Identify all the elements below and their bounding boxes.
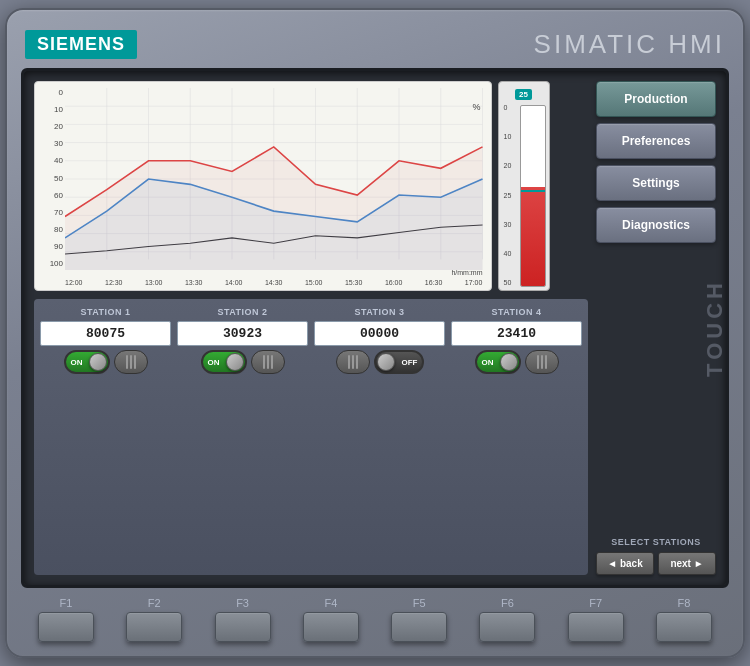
station-1: STATION 1 80075 ON — [40, 307, 171, 374]
gauge-marker — [520, 190, 546, 192]
station-4: STATION 4 23410 ON — [451, 307, 582, 374]
gauge-fill — [521, 187, 545, 286]
station-1-ridged-btn[interactable] — [114, 350, 148, 374]
station-4-label: STATION 4 — [491, 307, 541, 317]
station-2-toggle-label: ON — [208, 358, 220, 367]
gauge-container: 25 5040302520100 — [498, 81, 550, 291]
select-stations-panel: SELECT STATIONS ◄ back next ► — [596, 537, 716, 575]
fn-label-f6: F6 — [501, 597, 514, 609]
nav-preferences-button[interactable]: Preferences — [596, 123, 716, 159]
station-4-toggle[interactable]: ON — [475, 350, 521, 374]
station-1-toggle[interactable]: ON — [64, 350, 110, 374]
chart-svg — [65, 88, 483, 270]
fn-label-f1: F1 — [60, 597, 73, 609]
station-2-ridged-btn[interactable] — [251, 350, 285, 374]
station-1-toggle-knob — [89, 353, 107, 371]
fn-key-f5: F5 — [384, 597, 454, 642]
fn-btn-f2[interactable] — [126, 612, 182, 642]
station-2-label: STATION 2 — [217, 307, 267, 317]
screen-area: TOUCH 10090807060 50403020100 % — [21, 68, 729, 588]
fn-btn-f6[interactable] — [479, 612, 535, 642]
fn-label-f2: F2 — [148, 597, 161, 609]
station-2-toggle[interactable]: ON — [201, 350, 247, 374]
fn-key-f1: F1 — [31, 597, 101, 642]
fn-btn-f8[interactable] — [656, 612, 712, 642]
stations-area: STATION 1 80075 ON — [34, 299, 588, 575]
station-4-value: 23410 — [451, 321, 582, 346]
station-3: STATION 3 00000 OFF — [314, 307, 445, 374]
device-frame: SIEMENS SIMATIC HMI TOUCH 10090807060 50… — [5, 8, 745, 658]
back-button[interactable]: ◄ back — [596, 552, 654, 575]
station-2-toggle-knob — [226, 353, 244, 371]
fn-label-f4: F4 — [324, 597, 337, 609]
fn-key-f3: F3 — [208, 597, 278, 642]
station-1-controls: ON — [40, 350, 171, 374]
fn-label-f5: F5 — [413, 597, 426, 609]
station-4-controls: ON — [451, 350, 582, 374]
fn-btn-f4[interactable] — [303, 612, 359, 642]
chart-percent-label: % — [473, 102, 481, 112]
gauge-value: 25 — [515, 89, 532, 100]
nav-buttons: Production Preferences Settings Diagnost… — [596, 81, 716, 243]
station-3-toggle[interactable]: OFF — [374, 350, 424, 374]
station-4-ridged-btn[interactable] — [525, 350, 559, 374]
nav-settings-button[interactable]: Settings — [596, 165, 716, 201]
station-3-controls: OFF — [314, 350, 445, 374]
siemens-logo: SIEMENS — [25, 30, 137, 59]
select-stations-buttons: ◄ back next ► — [596, 552, 716, 575]
station-1-label: STATION 1 — [80, 307, 130, 317]
top-bar: SIEMENS SIMATIC HMI — [21, 20, 729, 68]
fn-key-f6: F6 — [472, 597, 542, 642]
left-panel: 10090807060 50403020100 % — [34, 81, 588, 575]
gauge-track — [520, 105, 546, 287]
fn-btn-f1[interactable] — [38, 612, 94, 642]
hmi-title: SIMATIC HMI — [534, 29, 725, 60]
fn-btn-f7[interactable] — [568, 612, 624, 642]
station-2: STATION 2 30923 ON — [177, 307, 308, 374]
chart-container: 10090807060 50403020100 % — [34, 81, 492, 291]
stations-row: STATION 1 80075 ON — [40, 307, 582, 374]
select-stations-label: SELECT STATIONS — [596, 537, 716, 547]
station-4-toggle-label: ON — [482, 358, 494, 367]
gauge-labels: 5040302520100 — [504, 104, 512, 286]
station-2-value: 30923 — [177, 321, 308, 346]
fn-key-f8: F8 — [649, 597, 719, 642]
fn-key-f2: F2 — [119, 597, 189, 642]
chart-x-unit: h/mm:mm — [451, 269, 482, 276]
station-2-controls: ON — [177, 350, 308, 374]
next-button[interactable]: next ► — [658, 552, 716, 575]
fn-label-f3: F3 — [236, 597, 249, 609]
fn-label-f8: F8 — [678, 597, 691, 609]
station-1-value: 80075 — [40, 321, 171, 346]
station-4-toggle-knob — [500, 353, 518, 371]
station-3-toggle-label: OFF — [402, 358, 418, 367]
fn-key-f4: F4 — [296, 597, 366, 642]
station-1-toggle-label: ON — [71, 358, 83, 367]
nav-diagnostics-button[interactable]: Diagnostics — [596, 207, 716, 243]
chart-y-axis: 10090807060 50403020100 — [41, 88, 63, 268]
fn-btn-f3[interactable] — [215, 612, 271, 642]
station-3-ridged-btn-left[interactable] — [336, 350, 370, 374]
station-3-label: STATION 3 — [354, 307, 404, 317]
function-keys-row: F1 F2 F3 F4 F5 F6 F7 F8 — [21, 588, 729, 648]
nav-production-button[interactable]: Production — [596, 81, 716, 117]
station-3-toggle-knob — [377, 353, 395, 371]
fn-label-f7: F7 — [589, 597, 602, 609]
fn-btn-f5[interactable] — [391, 612, 447, 642]
chart-x-axis: 12:0012:3013:0013:3014:00 14:3015:0015:3… — [65, 279, 483, 286]
fn-key-f7: F7 — [561, 597, 631, 642]
station-3-value: 00000 — [314, 321, 445, 346]
